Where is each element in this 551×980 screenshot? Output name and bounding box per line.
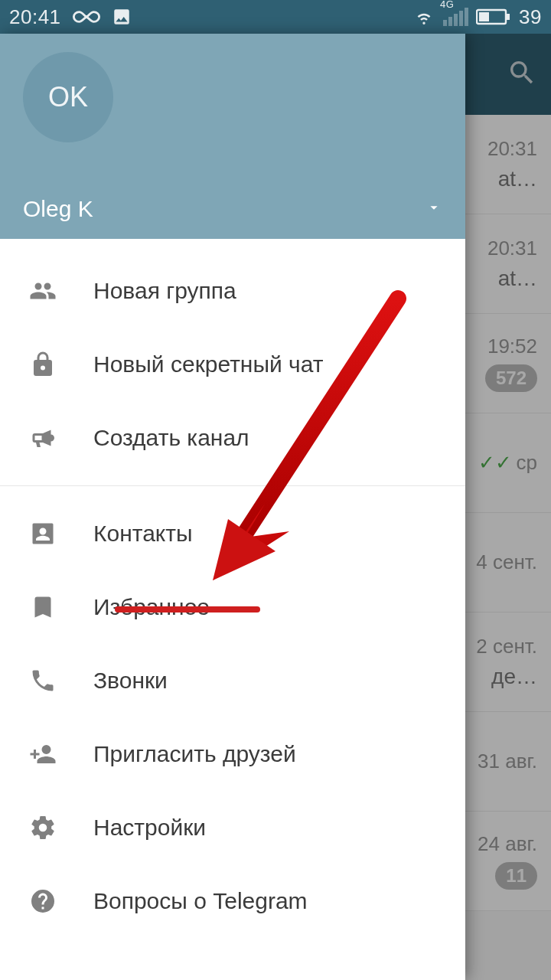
menu-item-invite[interactable]: Пригласить друзей <box>0 717 465 791</box>
drawer-header[interactable]: OK Oleg K <box>0 34 465 239</box>
avatar[interactable]: OK <box>23 52 113 142</box>
chevron-down-icon[interactable] <box>425 199 442 219</box>
annotation-underline <box>115 606 260 612</box>
svg-rect-1 <box>507 14 510 20</box>
menu-divider <box>0 485 465 486</box>
settings-icon <box>26 814 60 841</box>
saved-icon <box>26 593 60 621</box>
secret-chat-icon <box>26 351 60 378</box>
image-icon <box>112 7 132 27</box>
menu-item-contacts[interactable]: Контакты <box>0 497 465 570</box>
status-time: 20:41 <box>9 5 61 29</box>
wifi-icon <box>412 8 435 26</box>
menu-item-label: Контакты <box>93 521 193 547</box>
calls-icon <box>26 667 60 694</box>
faq-icon <box>26 887 60 915</box>
contacts-icon <box>26 520 60 547</box>
menu-item-label: Пригласить друзей <box>93 741 296 767</box>
menu-item-label: Новая группа <box>93 278 236 304</box>
menu-item-settings[interactable]: Настройки <box>0 791 465 864</box>
infinity-icon <box>72 9 101 24</box>
menu-item-label: Новый секретный чат <box>93 351 323 377</box>
menu-item-calls[interactable]: Звонки <box>0 644 465 717</box>
battery-percent: 39 <box>519 5 542 29</box>
menu-item-new-channel[interactable]: Создать канал <box>0 401 465 475</box>
cell-signal-icon: 4G <box>443 8 468 26</box>
menu-item-label: Вопросы о Telegram <box>93 888 308 914</box>
new-group-icon <box>26 277 60 305</box>
menu-item-label: Настройки <box>93 815 206 841</box>
svg-rect-2 <box>479 12 489 21</box>
menu-item-secret-chat[interactable]: Новый секретный чат <box>0 328 465 401</box>
menu-item-new-group[interactable]: Новая группа <box>0 254 465 328</box>
user-name: Oleg K <box>23 196 93 222</box>
avatar-initials: OK <box>48 81 88 113</box>
status-bar: 20:41 4G 39 <box>0 0 551 34</box>
menu-item-faq[interactable]: Вопросы о Telegram <box>0 864 465 938</box>
new-channel-icon <box>26 424 60 452</box>
menu-item-label: Создать канал <box>93 425 249 451</box>
menu-item-label: Звонки <box>93 668 168 694</box>
invite-icon <box>26 740 60 768</box>
navigation-drawer: OK Oleg K Новая группаНовый секретный ча… <box>0 34 465 980</box>
battery-icon <box>476 8 511 25</box>
